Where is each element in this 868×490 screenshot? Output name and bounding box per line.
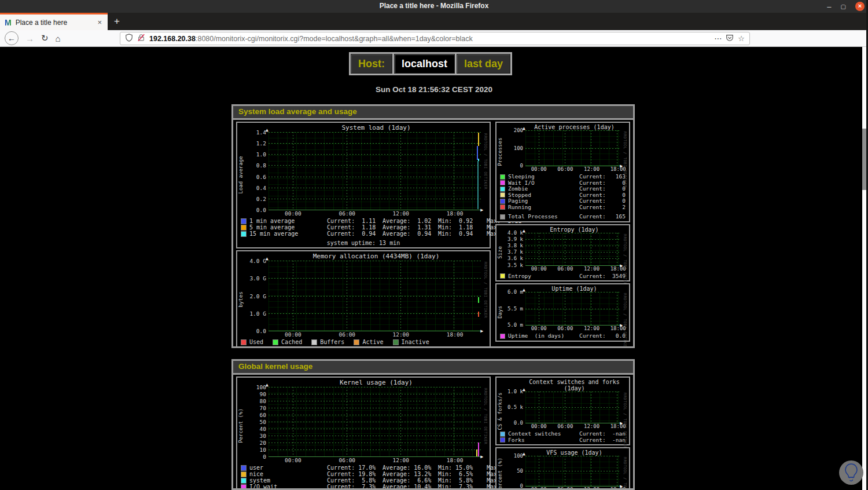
graph-vfs-usage[interactable]: VFS usage (1day)Percent (%)10050000:0006…: [495, 447, 630, 490]
x-tick: 18:00: [447, 457, 464, 463]
graph-entropy[interactable]: Entropy (1day)Size4.0 k3.9 k3.8 k3.7 k3.…: [495, 224, 630, 282]
pocket-icon[interactable]: [726, 34, 734, 44]
forward-icon[interactable]: →: [25, 34, 34, 43]
page-scrollbar-track[interactable]: [862, 47, 866, 490]
gridline-h: [269, 443, 481, 443]
x-axis-ticks: 00:0006:0012:0018:00: [525, 325, 621, 332]
rrdtool-watermark: RRDTOOL / TOBI OETIKER: [482, 132, 490, 217]
legend-swatch: [500, 199, 505, 204]
x-tick: 12:00: [584, 266, 599, 272]
legend-swatch: [241, 225, 247, 231]
y-tick: 100: [256, 384, 266, 390]
y-axis-label: Load average: [237, 132, 245, 217]
legend-row: 5 min averageCurrent: 1.18Average: 1.31M…: [241, 224, 486, 231]
graph-active-processes[interactable]: Active processes (1day)Processes20010000…: [495, 122, 630, 222]
page-actions-icon[interactable]: ⋯: [714, 34, 722, 43]
browser-tab[interactable]: M Place a title here ×: [0, 13, 108, 30]
tracking-shield-icon[interactable]: [125, 34, 133, 44]
y-tick: 50: [260, 419, 266, 425]
legend-stat: Average: 0.94: [382, 231, 438, 237]
legend-swatch: [500, 192, 505, 198]
legend-label: Uptime (in days): [508, 333, 564, 339]
x-tick: 06:00: [557, 266, 573, 272]
graph-system-load[interactable]: System load (1day)Load average1.41.21.00…: [236, 122, 491, 248]
y-tick: 4.0 k: [507, 230, 523, 236]
gridline-h: [269, 165, 481, 166]
gridline-v: [539, 130, 539, 166]
graph-memory-allocation[interactable]: Memory allocation (4434MB) (1day)bytes4.…: [236, 250, 491, 348]
new-tab-button[interactable]: +: [109, 13, 125, 30]
y-axis-ticks: 1.0 k0.5 k0.0: [505, 392, 525, 423]
legend-label: Buffers: [320, 339, 344, 346]
legend-swatch: [241, 339, 247, 345]
gridline-h: [525, 407, 620, 408]
close-icon[interactable]: ×: [855, 2, 865, 11]
x-tick: 06:00: [339, 331, 355, 338]
graph-context-switches-forks[interactable]: Context switches and forks (1day)CS & fo…: [495, 376, 630, 445]
back-icon[interactable]: ←: [5, 31, 19, 45]
graph-legend: 1 min averageCurrent: 1.11Average: 1.02M…: [237, 217, 490, 238]
gridline-v: [454, 387, 454, 456]
data-spike: [478, 443, 479, 456]
y-tick: 100: [514, 145, 523, 151]
gridline-h: [269, 408, 481, 408]
url-bar[interactable]: 192.168.20.38:8080/monitorix-cgi/monitor…: [120, 32, 750, 45]
x-tick: 06:00: [557, 166, 573, 172]
home-icon[interactable]: ⌂: [56, 34, 61, 43]
host-selector-bar: Host: localhost last day: [349, 52, 512, 75]
y-axis-label: Size: [496, 233, 505, 273]
y-tick: 3.0 G: [249, 275, 266, 281]
gridline-h: [525, 130, 620, 131]
plot-area: [269, 387, 481, 456]
url-host: 192.168.20.38: [149, 35, 196, 43]
insecure-lock-icon[interactable]: [137, 34, 145, 44]
section-title: System load average and usage: [233, 106, 633, 120]
legend-stat: Min: 15.0%: [438, 465, 487, 471]
tab-bar: M Place a title here × +: [0, 13, 868, 30]
bookmark-star-icon[interactable]: ☆: [738, 34, 745, 43]
tab-close-icon[interactable]: ×: [96, 18, 103, 27]
url-text[interactable]: 192.168.20.38:8080/monitorix-cgi/monitor…: [149, 35, 710, 43]
legend-stat: Min: 1.18: [438, 224, 487, 231]
gridline-h: [269, 143, 481, 144]
legend-swatch: [241, 231, 247, 237]
graph-uptime[interactable]: Uptime (1day)Days6.0 m5.5 m5.0 m00:0006:…: [495, 283, 630, 342]
graph-legend: userCurrent: 17.0%Average: 16.0%Min: 15.…: [237, 464, 490, 490]
page-content: Host: localhost last day Sun Oct 18 21:5…: [0, 47, 868, 490]
minimize-icon[interactable]: –: [827, 3, 831, 10]
gridline-h: [525, 456, 620, 456]
gridline-v: [617, 292, 617, 325]
y-tick: 0: [520, 483, 523, 489]
legend-stat: Current: 17.0%: [327, 465, 382, 471]
legend-label: 15 min average: [249, 231, 327, 237]
legend-stat: Current: 1.18: [327, 224, 382, 231]
y-tick: 0.5 k: [507, 404, 523, 410]
y-tick: 1.4: [256, 129, 266, 136]
gridline-v: [617, 233, 617, 265]
report-timestamp: Sun Oct 18 21:56:32 CEST 2020: [0, 85, 868, 94]
y-tick: 40: [260, 426, 266, 432]
gridline-h: [525, 258, 620, 259]
page-scrollbar-thumb[interactable]: [862, 129, 866, 190]
legend-item: Cached: [273, 339, 302, 346]
plot-wrap: 00:0006:0012:0018:00: [269, 132, 482, 217]
x-tick: 06:00: [339, 210, 355, 217]
reload-icon[interactable]: ↻: [41, 33, 49, 43]
plot-wrap: 00:0006:0012:0018:00: [525, 292, 621, 332]
legend-label: Cached: [281, 339, 302, 346]
legend-stat: Current: 1.11: [327, 218, 382, 224]
gridline-h: [525, 392, 620, 392]
navigation-toolbar: ← → ↻ ⌂ 192.168.20.38:8080/monitorix-cgi…: [0, 30, 868, 47]
maximize-icon[interactable]: ▢: [841, 3, 846, 10]
plot-area: [269, 261, 481, 331]
gridline-v: [347, 261, 347, 331]
y-tick: 10: [260, 447, 266, 453]
gridline-v: [591, 292, 591, 325]
graph-title: Kernel usage (1day): [237, 378, 490, 387]
legend-label: Used: [249, 339, 263, 346]
graph-kernel-usage[interactable]: Kernel usage (1day)Percent (%)1009080706…: [236, 376, 491, 490]
window-title: Place a title here - Mozilla Firefox: [0, 2, 868, 10]
x-tick: 00:00: [531, 326, 547, 331]
plot-wrap: 00:0006:0012:0018:00: [269, 387, 482, 464]
legend-current: Current: 0: [579, 198, 626, 204]
